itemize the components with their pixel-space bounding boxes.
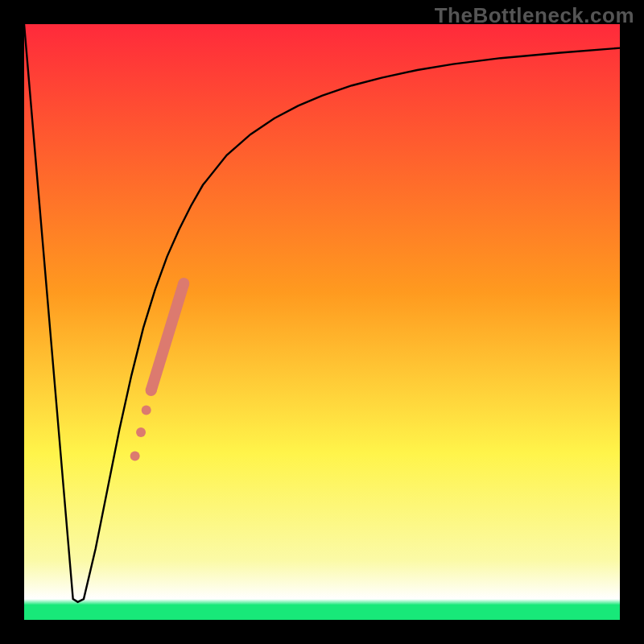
chart-frame: TheBottleneck.com — [0, 0, 644, 644]
highlight-dot — [130, 452, 140, 461]
highlight-band-cap — [178, 278, 189, 289]
chart-svg — [24, 24, 620, 620]
highlight-dot — [142, 406, 151, 415]
plot-area — [24, 24, 620, 620]
highlight-band-cap — [146, 385, 157, 396]
highlight-dot — [136, 427, 146, 437]
gradient-background — [24, 24, 620, 620]
